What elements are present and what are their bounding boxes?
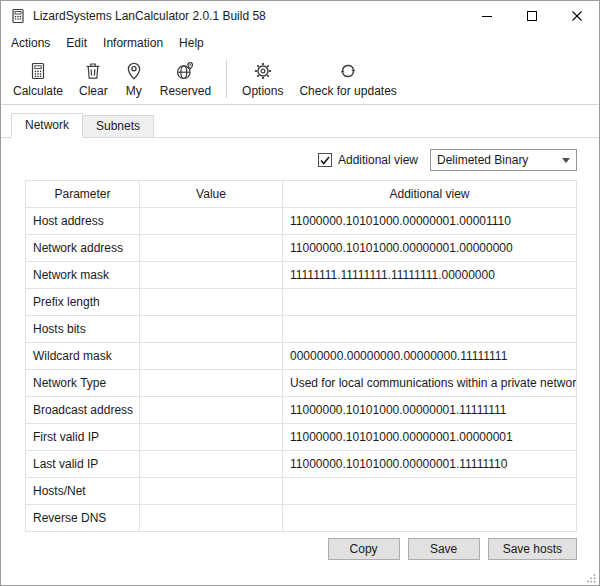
table-row: Network mask11111111.11111111.11111111.0… bbox=[26, 262, 577, 289]
options-label: Options bbox=[242, 84, 283, 98]
calculate-label: Calculate bbox=[13, 84, 63, 98]
column-header-value: Value bbox=[140, 181, 283, 208]
additional-view-cell[interactable] bbox=[283, 289, 577, 316]
additional-view-checkbox[interactable] bbox=[318, 153, 332, 167]
table-row: Network TypeUsed for local communication… bbox=[26, 370, 577, 397]
parameter-cell[interactable]: Hosts/Net bbox=[26, 478, 140, 505]
value-cell[interactable] bbox=[140, 289, 283, 316]
value-cell[interactable] bbox=[140, 343, 283, 370]
additional-view-cell[interactable] bbox=[283, 316, 577, 343]
resize-grip-handle[interactable] bbox=[586, 572, 596, 582]
close-icon bbox=[572, 11, 582, 21]
location-pin-icon bbox=[124, 61, 144, 81]
trash-icon bbox=[83, 61, 103, 81]
gear-icon bbox=[253, 61, 273, 81]
additional-view-cell[interactable] bbox=[283, 505, 577, 532]
reserved-button[interactable]: Reserved bbox=[152, 57, 219, 101]
table-row: First valid IP11000000.10101000.00000001… bbox=[26, 424, 577, 451]
additional-view-cell[interactable]: 00000000.00000000.00000000.11111111 bbox=[283, 343, 577, 370]
refresh-icon bbox=[338, 61, 358, 81]
calculator-icon bbox=[28, 61, 48, 81]
value-cell[interactable] bbox=[140, 478, 283, 505]
parameter-cell[interactable]: Network address bbox=[26, 235, 140, 262]
table-row: Hosts bits bbox=[26, 316, 577, 343]
title-bar: LizardSystems LanCalculator 2.0.1 Build … bbox=[1, 1, 599, 31]
clear-label: Clear bbox=[79, 84, 108, 98]
additional-view-cell[interactable]: 11000000.10101000.00000001.11111110 bbox=[283, 451, 577, 478]
footer-buttons: Copy Save Save hosts bbox=[1, 532, 599, 560]
resize-grip-icon bbox=[586, 573, 596, 583]
table-row: Network address11000000.10101000.0000000… bbox=[26, 235, 577, 262]
save-button[interactable]: Save bbox=[408, 538, 480, 560]
parameter-cell[interactable]: Wildcard mask bbox=[26, 343, 140, 370]
tab-network[interactable]: Network bbox=[11, 113, 83, 138]
parameter-cell[interactable]: Network Type bbox=[26, 370, 140, 397]
chevron-down-icon bbox=[562, 158, 570, 163]
results-table: Parameter Value Additional view Host add… bbox=[25, 180, 577, 532]
additional-view-cell[interactable] bbox=[283, 478, 577, 505]
minimize-button[interactable] bbox=[464, 1, 509, 31]
additional-view-cell[interactable]: 11000000.10101000.00000001.00001110 bbox=[283, 208, 577, 235]
menu-actions[interactable]: Actions bbox=[3, 33, 58, 53]
table-row: Last valid IP11000000.10101000.00000001.… bbox=[26, 451, 577, 478]
additional-view-cell[interactable]: 11000000.10101000.00000001.11111111 bbox=[283, 397, 577, 424]
parameter-cell[interactable]: Hosts bits bbox=[26, 316, 140, 343]
menu-bar: Actions Edit Information Help bbox=[1, 31, 599, 54]
table-row: Host address11000000.10101000.00000001.0… bbox=[26, 208, 577, 235]
maximize-button[interactable] bbox=[509, 1, 554, 31]
menu-information[interactable]: Information bbox=[95, 33, 171, 53]
clear-button[interactable]: Clear bbox=[71, 57, 116, 101]
additional-view-cell[interactable]: 11000000.10101000.00000001.00000000 bbox=[283, 235, 577, 262]
app-icon bbox=[10, 8, 26, 24]
value-cell[interactable] bbox=[140, 235, 283, 262]
table-row: Broadcast address11000000.10101000.00000… bbox=[26, 397, 577, 424]
column-header-parameter: Parameter bbox=[26, 181, 140, 208]
window-controls bbox=[464, 1, 599, 31]
table-row: Prefix length bbox=[26, 289, 577, 316]
check-for-updates-button[interactable]: Check for updates bbox=[291, 57, 404, 101]
menu-help[interactable]: Help bbox=[171, 33, 212, 53]
value-cell[interactable] bbox=[140, 370, 283, 397]
my-label: My bbox=[126, 84, 142, 98]
value-cell[interactable] bbox=[140, 208, 283, 235]
value-cell[interactable] bbox=[140, 316, 283, 343]
parameter-cell[interactable]: First valid IP bbox=[26, 424, 140, 451]
toolbar-separator bbox=[226, 60, 227, 98]
copy-button[interactable]: Copy bbox=[328, 538, 400, 560]
parameter-cell[interactable]: Host address bbox=[26, 208, 140, 235]
value-cell[interactable] bbox=[140, 505, 283, 532]
globe-pin-icon bbox=[175, 61, 195, 81]
value-cell[interactable] bbox=[140, 262, 283, 289]
additional-view-cell[interactable]: 11000000.10101000.00000001.00000001 bbox=[283, 424, 577, 451]
check-for-updates-label: Check for updates bbox=[299, 84, 396, 98]
close-button[interactable] bbox=[554, 1, 599, 31]
additional-view-label[interactable]: Additional view bbox=[338, 153, 418, 167]
checkmark-icon bbox=[320, 156, 330, 165]
my-button[interactable]: My bbox=[116, 57, 152, 101]
additional-view-cell[interactable]: 11111111.11111111.11111111.00000000 bbox=[283, 262, 577, 289]
calculate-button[interactable]: Calculate bbox=[5, 57, 71, 101]
additional-view-cell[interactable]: Used for local communications within a p… bbox=[283, 370, 577, 397]
app-window: LizardSystems LanCalculator 2.0.1 Build … bbox=[0, 0, 600, 586]
parameter-cell[interactable]: Reverse DNS bbox=[26, 505, 140, 532]
menu-edit[interactable]: Edit bbox=[58, 33, 95, 53]
parameter-cell[interactable]: Prefix length bbox=[26, 289, 140, 316]
value-cell[interactable] bbox=[140, 397, 283, 424]
tab-subnets[interactable]: Subnets bbox=[83, 115, 154, 138]
value-cell[interactable] bbox=[140, 451, 283, 478]
maximize-icon bbox=[527, 11, 537, 21]
table-row: Wildcard mask00000000.00000000.00000000.… bbox=[26, 343, 577, 370]
parameter-cell[interactable]: Last valid IP bbox=[26, 451, 140, 478]
save-hosts-button[interactable]: Save hosts bbox=[488, 538, 577, 560]
table-row: Reverse DNS bbox=[26, 505, 577, 532]
parameter-cell[interactable]: Network mask bbox=[26, 262, 140, 289]
reserved-label: Reserved bbox=[160, 84, 211, 98]
parameter-cell[interactable]: Broadcast address bbox=[26, 397, 140, 424]
options-button[interactable]: Options bbox=[234, 57, 291, 101]
tab-bar: Network Subnets bbox=[1, 105, 599, 138]
format-select[interactable]: Delimeted Binary bbox=[430, 149, 577, 171]
table-header-row: Parameter Value Additional view bbox=[26, 181, 577, 208]
network-tab-panel: Additional view Delimeted Binary Paramet… bbox=[1, 138, 599, 585]
column-header-additional-view: Additional view bbox=[283, 181, 577, 208]
value-cell[interactable] bbox=[140, 424, 283, 451]
